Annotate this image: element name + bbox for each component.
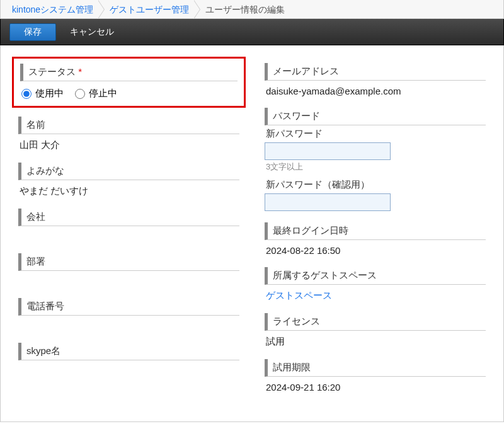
email-value: daisuke-yamada@example.com [265,83,486,96]
dept-value [18,273,239,287]
license-label: ライセンス [265,313,486,331]
company-label: 会社 [18,209,239,226]
breadcrumb-admin[interactable]: kintoneシステム管理 [7,0,98,19]
guestspace-label: 所属するゲストスペース [265,267,486,285]
save-button[interactable]: 保存 [9,23,56,41]
skype-field: skype名 [18,343,239,376]
reading-value: やまだ だいすけ [18,183,239,197]
email-label: メールアドレス [265,63,486,81]
breadcrumb-current: ユーザー情報の編集 [200,0,290,19]
phone-field: 電話番号 [18,298,239,331]
breadcrumb-guest-users[interactable]: ゲストユーザー管理 [105,0,194,19]
skype-value [18,363,239,376]
email-field: メールアドレス daisuke-yamada@example.com [265,63,486,96]
phone-value [18,318,239,331]
lastlogin-label: 最終ログイン日時 [265,222,486,240]
lastlogin-field: 最終ログイン日時 2024-08-22 16:50 [265,222,486,256]
status-active-option[interactable]: 使用中 [21,88,64,100]
skype-label: skype名 [18,343,239,360]
lastlogin-value: 2024-08-22 16:50 [265,243,486,256]
name-label: 名前 [18,117,239,134]
chevron-right-icon [98,0,105,19]
chevron-right-icon [194,0,200,19]
required-mark: * [78,66,82,77]
guestspace-field: 所属するゲストスペース ゲストスペース [265,267,486,302]
cancel-link[interactable]: キャンセル [70,26,114,38]
status-label: ステータス * [20,64,238,81]
license-value: 試用 [265,333,486,348]
guestspace-link[interactable]: ゲストスペース [265,287,486,302]
newpw-label: 新パスワード [265,128,486,142]
name-field: 名前 山田 大介 [18,117,239,151]
left-column: ステータス * 使用中 停止中 名前 山田 大介 よみがな やまだ だいすけ [18,63,239,404]
name-value: 山田 大介 [18,137,239,151]
phone-label: 電話番号 [18,298,239,316]
reading-field: よみがな やまだ だいすけ [18,163,239,197]
dept-label: 部署 [18,253,239,271]
form-area: ステータス * 使用中 停止中 名前 山田 大介 よみがな やまだ だいすけ [0,45,504,422]
status-radio-group: 使用中 停止中 [20,84,238,100]
trial-field: 試用期限 2024-09-21 16:20 [265,359,486,392]
status-active-label: 使用中 [35,88,64,100]
status-inactive-radio[interactable] [75,89,85,99]
new-password-confirm-input[interactable] [265,193,391,211]
company-value [18,229,239,242]
password-hint: 3文字以上 [265,160,486,173]
password-field: パスワード 新パスワード 3文字以上 新パスワード（確認用） [265,108,486,211]
trial-label: 試用期限 [265,359,486,377]
action-bar: 保存 キャンセル [0,19,504,45]
breadcrumb: kintoneシステム管理 ゲストユーザー管理 ユーザー情報の編集 [0,0,504,19]
trial-value: 2024-09-21 16:20 [265,379,486,392]
right-column: メールアドレス daisuke-yamada@example.com パスワード… [265,63,486,404]
status-inactive-label: 停止中 [89,88,117,100]
reading-label: よみがな [18,163,239,180]
new-password-input[interactable] [265,142,391,160]
newpw2-label: 新パスワード（確認用） [265,179,486,193]
status-inactive-option[interactable]: 停止中 [75,88,117,100]
password-label: パスワード [265,108,486,125]
status-highlight: ステータス * 使用中 停止中 [12,57,246,108]
dept-field: 部署 [18,253,239,287]
status-active-radio[interactable] [21,89,32,99]
company-field: 会社 [18,209,239,242]
license-field: ライセンス 試用 [265,313,486,348]
status-label-text: ステータス [28,66,76,77]
